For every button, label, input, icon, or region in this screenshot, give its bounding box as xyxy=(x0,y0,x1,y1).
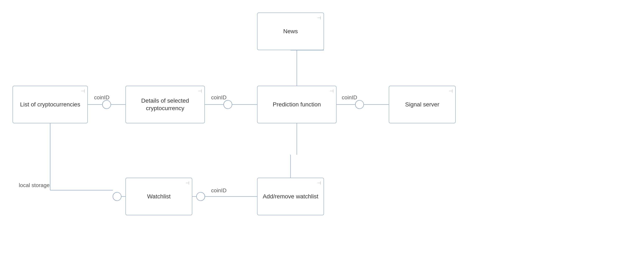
svg-point-1 xyxy=(102,100,111,109)
svg-point-9 xyxy=(355,100,364,109)
node-add-remove: ⊣ Add/remove watchlist xyxy=(257,178,324,215)
component-icon-news: ⊣ xyxy=(317,15,321,21)
svg-text:local storage: local storage xyxy=(19,182,50,188)
component-icon-add-remove: ⊣ xyxy=(317,180,321,186)
component-icon-signal: ⊣ xyxy=(449,88,453,94)
node-label-watchlist: Watchlist xyxy=(147,193,171,200)
node-details-crypto: ⊣ Details of selected cryptocurrency xyxy=(126,86,205,123)
node-prediction: ⊣ Prediction function xyxy=(257,86,336,123)
svg-text:coinID: coinID xyxy=(342,94,357,100)
node-signal-server: ⊣ Signal server xyxy=(389,86,456,123)
svg-text:coinID: coinID xyxy=(94,94,110,100)
node-label-prediction: Prediction function xyxy=(273,101,321,108)
node-label-list-crypto: List of cryptocurrencies xyxy=(20,101,80,108)
node-watchlist: ⊣ Watchlist xyxy=(126,178,192,215)
node-label-add-remove: Add/remove watchlist xyxy=(263,193,318,200)
node-label-news: News xyxy=(283,28,298,35)
node-label-details: Details of selected cryptocurrency xyxy=(131,97,200,112)
diagram-canvas: coinID coinID coinID local storage xyxy=(0,0,644,273)
component-icon-details: ⊣ xyxy=(198,88,202,94)
svg-text:coinID: coinID xyxy=(211,94,226,100)
node-label-signal: Signal server xyxy=(405,101,439,108)
node-list-crypto: ⊣ List of cryptocurrencies xyxy=(12,86,88,123)
component-icon-prediction: ⊣ xyxy=(330,88,334,94)
component-icon-watchlist: ⊣ xyxy=(186,180,189,186)
svg-text:coinID: coinID xyxy=(211,187,226,194)
svg-point-20 xyxy=(196,192,205,201)
svg-point-16 xyxy=(113,192,121,201)
component-icon-list-crypto: ⊣ xyxy=(81,88,85,94)
svg-point-5 xyxy=(224,100,232,109)
node-news: ⊣ News xyxy=(257,12,324,50)
